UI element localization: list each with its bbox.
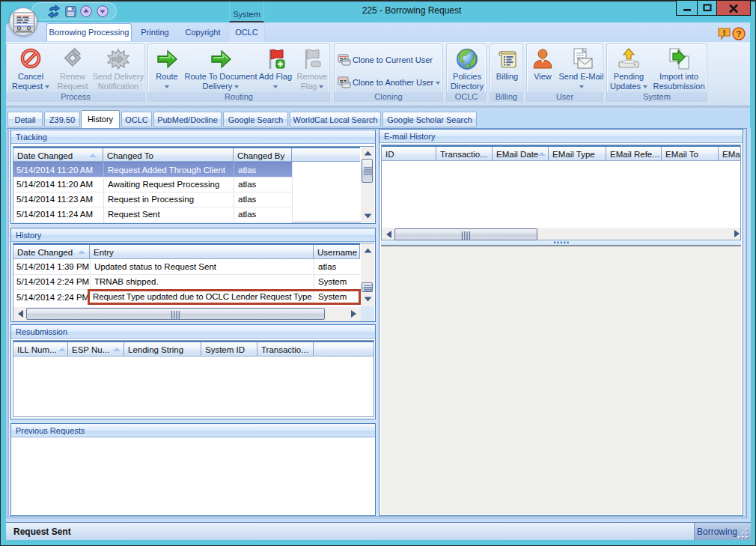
svg-text:?: ? (736, 29, 741, 38)
